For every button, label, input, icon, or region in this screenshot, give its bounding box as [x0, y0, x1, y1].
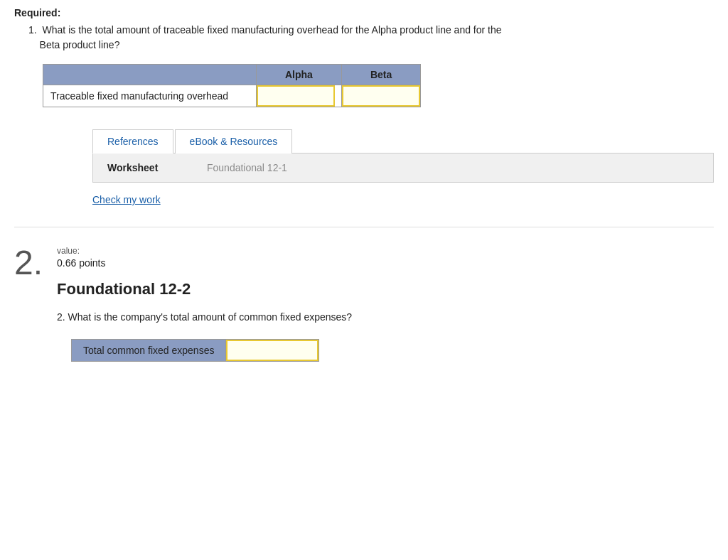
points-value: 0.66 points [57, 257, 714, 269]
table-row-traceable: Traceable fixed manufacturing overhead [43, 85, 421, 107]
table-header-alpha: Alpha [257, 65, 342, 85]
tabs-content: Worksheet Foundational 12-1 [92, 154, 714, 183]
value-label: value: [57, 246, 714, 256]
tab-ebook[interactable]: eBook & Resources [175, 129, 293, 154]
worksheet-value: Foundational 12-1 [207, 162, 287, 173]
worksheet-row: Worksheet Foundational 12-1 [93, 154, 713, 182]
question-1-line1: What is the total amount of traceable fi… [43, 24, 502, 36]
question-2-wrapper: 2. value: 0.66 points Foundational 12-2 … [14, 235, 714, 362]
page-container: Required: 1. What is the total amount of… [0, 0, 728, 376]
tabs-container: References eBook & Resources Worksheet F… [92, 129, 714, 183]
question-2-content: value: 0.66 points Foundational 12-2 2. … [57, 246, 714, 362]
question-1-section: Required: 1. What is the total amount of… [14, 7, 714, 107]
tabs-header: References eBook & Resources [92, 129, 714, 154]
traceable-label: Traceable fixed manufacturing overhead [43, 85, 257, 107]
alpha-input[interactable] [257, 85, 335, 107]
alpha-input-cell [257, 85, 342, 107]
beta-input-cell [341, 85, 420, 107]
question-2-text: 2. What is the company's total amount of… [57, 310, 714, 325]
common-fixed-row: Total common fixed expenses [72, 340, 319, 362]
common-fixed-table: Total common fixed expenses [71, 339, 319, 362]
common-fixed-input[interactable] [226, 340, 318, 361]
required-label: Required: [14, 7, 714, 18]
question-1-text: 1. What is the total amount of traceable… [28, 23, 714, 53]
question-1-number: 1. [28, 24, 37, 36]
beta-input[interactable] [342, 85, 420, 107]
common-fixed-input-cell [226, 340, 319, 362]
table-header-beta: Beta [341, 65, 420, 85]
worksheet-label: Worksheet [107, 162, 207, 173]
question-2-number-large: 2. [14, 246, 57, 280]
check-my-work-link[interactable]: Check my work [92, 194, 161, 205]
common-fixed-label: Total common fixed expenses [72, 340, 226, 362]
table-header-spacer [43, 65, 257, 85]
section-divider [14, 227, 714, 227]
overhead-table: Alpha Beta Traceable fixed manufacturing… [43, 64, 421, 107]
tab-references[interactable]: References [92, 129, 173, 154]
question-1-line2: Beta product line? [40, 39, 120, 50]
foundational-12-2-title: Foundational 12-2 [57, 280, 714, 298]
